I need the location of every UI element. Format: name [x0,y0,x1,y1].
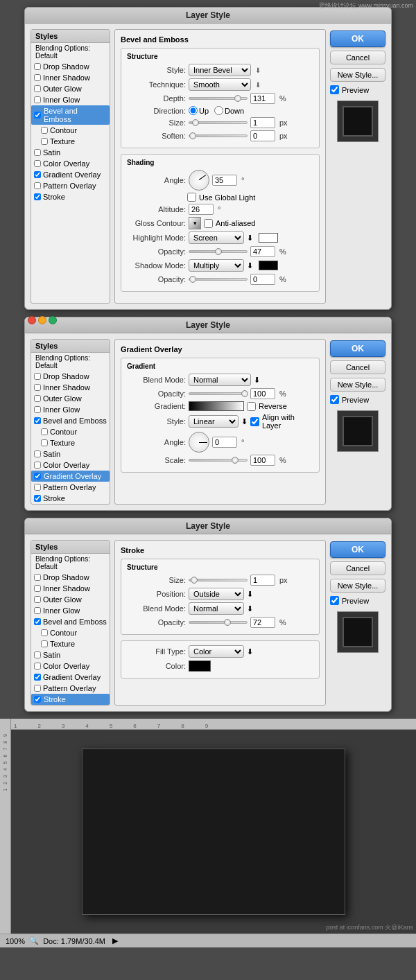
new-style-button-2[interactable]: New Style... [330,378,385,392]
sidebar-outer-glow[interactable]: Outer Glow [31,83,110,94]
sidebar-2-blending[interactable]: Blending Options: Default [31,353,110,371]
sidebar-3-satin[interactable]: Satin [31,649,110,660]
cancel-button-1[interactable]: Cancel [330,51,385,64]
new-style-button-3[interactable]: New Style... [330,579,385,593]
ok-button-3[interactable]: OK [330,541,385,558]
altitude-field[interactable] [189,204,214,215]
color-swatch-3[interactable] [189,660,211,672]
direction-down[interactable]: Down [214,106,244,115]
sidebar-contour[interactable]: Contour [31,125,110,136]
blend-mode-select-3[interactable]: Normal [189,602,244,615]
sidebar-2-contour[interactable]: Contour [31,426,110,437]
size-slider-3[interactable] [189,579,248,581]
sidebar-gradient-overlay[interactable]: Gradient Overlay [31,169,110,180]
sidebar-3-texture[interactable]: Texture [31,638,110,649]
highlight-color[interactable] [259,233,278,243]
reverse-check-2[interactable] [247,402,256,411]
anti-aliased-check[interactable] [204,219,213,228]
sidebar-satin[interactable]: Satin [31,147,110,158]
opacity-slider-3[interactable] [189,621,248,624]
sidebar-3-blending[interactable]: Blending Options: Default [31,554,110,572]
fill-type-select-3[interactable]: Color [189,645,244,658]
preview-check-2[interactable] [330,395,339,404]
sidebar-bevel-emboss[interactable]: Bevel and Emboss [31,105,110,125]
sidebar-2-stroke[interactable]: Stroke [31,493,110,504]
sidebar-2-drop-shadow[interactable]: Drop Shadow [31,371,110,382]
direction-up[interactable]: Up [189,106,209,115]
depth-slider[interactable] [189,97,248,100]
sidebar-color-overlay[interactable]: Color Overlay [31,158,110,169]
sidebar-3-color-overlay[interactable]: Color Overlay [31,660,110,672]
sidebar-3-gradient-overlay[interactable]: Gradient Overlay [31,672,110,683]
sidebar-blending[interactable]: Blending Options: Default [31,43,110,61]
sidebar-drop-shadow[interactable]: Drop Shadow [31,61,110,72]
sidebar-3-pattern-overlay[interactable]: Pattern Overlay [31,683,110,694]
global-light-check[interactable] [187,193,196,202]
style-select[interactable]: Inner Bevel [189,64,251,76]
gradient-swatch-2[interactable] [189,401,244,411]
soften-field[interactable] [250,130,275,141]
sidebar-2-outer-glow[interactable]: Outer Glow [31,393,110,404]
technique-select[interactable]: Smooth [189,78,251,91]
maximize-btn-2[interactable] [49,316,57,324]
sidebar-2-pattern-overlay[interactable]: Pattern Overlay [31,482,110,493]
sidebar-2-gradient-overlay[interactable]: Gradient Overlay [31,471,110,482]
size-field-3[interactable] [250,575,275,586]
sidebar-3-outer-glow[interactable]: Outer Glow [31,594,110,605]
shadow-opacity-slider[interactable] [189,278,248,281]
sidebar-2-styles-title: Styles [31,340,110,353]
sidebar-2-inner-shadow[interactable]: Inner Shadow [31,382,110,393]
sidebar-2-inner-glow[interactable]: Inner Glow [31,404,110,415]
sidebar-3-stroke[interactable]: Stroke [31,694,110,705]
highlight-mode-select[interactable]: Screen [189,231,244,244]
ok-button-1[interactable]: OK [330,30,385,47]
highlight-opacity-slider[interactable] [189,250,248,253]
opacity-slider-2[interactable] [189,392,248,395]
scale-slider-2[interactable] [189,459,248,462]
blend-mode-select-2[interactable]: Normal [189,374,251,386]
sidebar-3-bevel-emboss[interactable]: Bevel and Emboss [31,616,110,627]
sidebar-3-drop-shadow[interactable]: Drop Shadow [31,572,110,583]
nav-arrow[interactable]: ▶ [112,936,118,945]
preview-check-1[interactable] [330,85,339,94]
scale-field-2[interactable] [250,455,275,466]
sidebar-2-texture[interactable]: Texture [31,437,110,448]
depth-field[interactable] [250,93,275,104]
highlight-opacity-field[interactable] [250,246,275,257]
cancel-button-2[interactable]: Cancel [330,360,385,374]
preview-check-3[interactable] [330,596,339,605]
align-layer-check-2[interactable] [250,417,259,426]
shadow-color[interactable] [259,261,278,270]
angle-field[interactable] [212,175,237,186]
preview-label-3: Preview [342,597,369,605]
new-style-button-1[interactable]: New Style... [330,68,385,82]
sidebar-3-inner-glow[interactable]: Inner Glow [31,605,110,616]
soften-slider[interactable] [189,134,248,137]
opacity-field-2[interactable] [250,388,275,399]
shadow-opacity-field[interactable] [250,274,275,285]
sidebar-pattern-overlay[interactable]: Pattern Overlay [31,180,110,191]
style-select-2[interactable]: Linear [189,415,239,428]
angle-field-2[interactable] [212,437,237,448]
position-select-3[interactable]: Outside [189,588,244,600]
sidebar-texture[interactable]: Texture [31,136,110,147]
size-field[interactable] [250,117,275,128]
ok-button-2[interactable]: OK [330,340,385,357]
sidebar-3-contour[interactable]: Contour [31,627,110,638]
sidebar-inner-shadow[interactable]: Inner Shadow [31,72,110,83]
sidebar-3-inner-shadow[interactable]: Inner Shadow [31,583,110,594]
angle-widget-2[interactable] [189,432,209,453]
sidebar-2-bevel-emboss[interactable]: Bevel and Emboss [31,415,110,426]
sidebar-inner-glow[interactable]: Inner Glow [31,94,110,105]
close-btn-2[interactable] [28,316,36,324]
size-slider[interactable] [189,121,248,124]
shadow-mode-select[interactable]: Multiply [189,259,244,272]
angle-widget[interactable] [189,170,209,191]
opacity-field-3[interactable] [250,617,275,628]
minimize-btn-2[interactable] [38,316,46,324]
sidebar-2-color-overlay[interactable]: Color Overlay [31,460,110,471]
cancel-button-3[interactable]: Cancel [330,561,385,575]
sidebar-stroke[interactable]: Stroke [31,191,110,202]
sidebar-2-satin[interactable]: Satin [31,448,110,460]
gloss-contour-preview[interactable]: ▾ [189,217,201,229]
